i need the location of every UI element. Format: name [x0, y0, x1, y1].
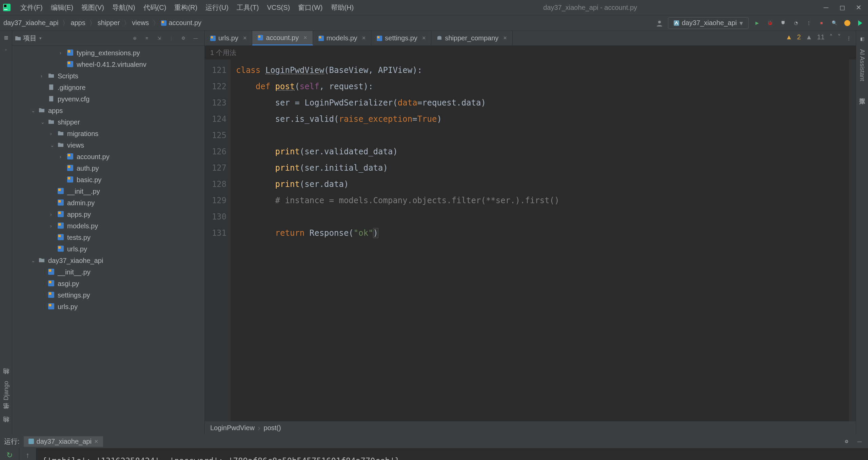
- project-tool-icon[interactable]: ▥: [2, 33, 11, 42]
- debug-button[interactable]: 🐞: [766, 19, 774, 27]
- project-panel-title: 项目: [23, 34, 37, 43]
- search-everywhere-icon[interactable]: 🔍: [830, 19, 839, 27]
- svg-rect-41: [211, 36, 213, 38]
- tab-close-icon[interactable]: ×: [422, 35, 426, 42]
- menu-item[interactable]: 视图(V): [77, 2, 108, 13]
- usages-hint[interactable]: 1 个用法: [205, 46, 856, 59]
- breadcrumb-segment[interactable]: shipper: [98, 19, 120, 27]
- minimize-button[interactable]: ─: [823, 4, 829, 11]
- editor-tab[interactable]: models.py×: [313, 31, 372, 45]
- tree-row[interactable]: ›Scripts: [12, 70, 204, 82]
- menu-item[interactable]: 编辑(E): [47, 2, 78, 13]
- tree-row[interactable]: auth.py: [12, 162, 204, 174]
- rerun-icon[interactable]: ↻: [5, 451, 14, 460]
- editor-tab[interactable]: shipper_company×: [431, 31, 512, 45]
- tree-row[interactable]: ›account.py: [12, 151, 204, 162]
- editor-gutter[interactable]: 121122123124125126127128129130131: [205, 59, 231, 421]
- menu-item[interactable]: VCS(S): [263, 2, 294, 13]
- run-tab[interactable]: day37_xiaohe_api ×: [24, 436, 103, 447]
- tree-row[interactable]: admin.py: [12, 197, 204, 209]
- tabs-more-icon[interactable]: ⋮: [842, 31, 856, 45]
- svg-rect-4: [162, 21, 164, 23]
- breadcrumb-segment[interactable]: account.py: [169, 19, 201, 27]
- titlebar: 文件(F)编辑(E)视图(V)导航(N)代码(C)重构(R)运行(U)工具(T)…: [0, 0, 868, 15]
- menu-item[interactable]: 运行(U): [201, 2, 233, 13]
- inspection-indicators[interactable]: ▲2 ▲11 ˄ ˅: [786, 33, 841, 41]
- coverage-button[interactable]: ⛊: [778, 19, 787, 27]
- warning-weak-icon: ▲: [806, 33, 812, 41]
- left-tab-django[interactable]: Django 结构: [2, 379, 10, 400]
- tree-row[interactable]: tests.py: [12, 232, 204, 243]
- svg-rect-11: [68, 62, 70, 64]
- project-tree[interactable]: ›typing_extensions.pywheel-0.41.2.virtua…: [12, 46, 204, 434]
- tree-row[interactable]: urls.py: [12, 243, 204, 255]
- menu-item[interactable]: 代码(C): [139, 2, 171, 13]
- tree-row[interactable]: ⌄apps: [12, 105, 204, 116]
- tree-row[interactable]: ›migrations: [12, 128, 204, 139]
- breadcrumb-segment[interactable]: views: [132, 19, 149, 27]
- tab-close-icon[interactable]: ×: [303, 34, 307, 41]
- code-breadcrumb[interactable]: LoginPwdView › post(): [205, 421, 856, 434]
- select-opened-icon[interactable]: ⊕: [131, 34, 139, 42]
- menu-item[interactable]: 重构(R): [170, 2, 201, 13]
- project-panel-header: 项目 ▾ ⊕ ≡ ⇲ | ⚙ —: [12, 31, 204, 46]
- notifications-icon[interactable]: ◧: [858, 34, 867, 43]
- tab-close-icon[interactable]: ×: [503, 35, 507, 42]
- user-icon[interactable]: [655, 19, 664, 27]
- tree-row[interactable]: ⌄day37_xiaohe_api: [12, 255, 204, 266]
- tree-row[interactable]: ›models.py: [12, 220, 204, 232]
- run-console[interactable]: {'mobile': '13162358424', 'password': '7…: [36, 448, 868, 460]
- settings-icon[interactable]: ⚙: [179, 34, 188, 42]
- run-hide-icon[interactable]: —: [855, 437, 864, 446]
- tree-row[interactable]: ⌄views: [12, 139, 204, 151]
- inspection-nav-up[interactable]: ˄: [829, 33, 833, 41]
- editor-tab[interactable]: urls.py×: [205, 31, 252, 45]
- editor-tab[interactable]: account.py×: [252, 31, 313, 45]
- menu-item[interactable]: 帮助(H): [327, 2, 358, 13]
- tree-row[interactable]: __init__.py: [12, 266, 204, 278]
- menu-item[interactable]: 导航(N): [108, 2, 139, 13]
- menu-item[interactable]: 文件(F): [16, 2, 47, 13]
- collapse-all-icon[interactable]: ⇲: [155, 34, 163, 42]
- tree-row[interactable]: wheel-0.41.2.virtualenv: [12, 59, 204, 70]
- profile-button[interactable]: ◔: [791, 19, 800, 27]
- hide-panel-icon[interactable]: —: [192, 34, 200, 42]
- right-tab-ai[interactable]: AI Assistant: [859, 49, 866, 81]
- breadcrumb-segment[interactable]: day37_xiaohe_api: [3, 19, 58, 27]
- more-run-button[interactable]: ⋮: [804, 19, 813, 27]
- breadcrumb[interactable]: day37_xiaohe_api〉apps〉shipper〉views〉acco…: [3, 19, 203, 27]
- code-crumb-class[interactable]: LoginPwdView: [210, 424, 255, 432]
- stop-button[interactable]: ■: [817, 19, 826, 27]
- tree-row[interactable]: asgi.py: [12, 278, 204, 289]
- scroll-up-icon[interactable]: ↑: [23, 451, 32, 460]
- menu-item[interactable]: 工具(T): [233, 2, 263, 13]
- codewithme-icon[interactable]: [856, 19, 865, 27]
- tree-row[interactable]: ›apps.py: [12, 209, 204, 220]
- code-crumb-method[interactable]: post(): [264, 424, 281, 432]
- run-settings-icon[interactable]: ⚙: [842, 437, 851, 446]
- tree-row[interactable]: .gitignore: [12, 82, 204, 93]
- warning-strong-icon: ▲: [786, 33, 792, 41]
- tree-row[interactable]: __init__.py: [12, 186, 204, 197]
- close-button[interactable]: ✕: [855, 4, 862, 11]
- tab-close-icon[interactable]: ×: [362, 35, 366, 42]
- code-editor[interactable]: class LoginPwdView(BaseView, APIView): d…: [231, 59, 849, 421]
- tree-row[interactable]: pyvenv.cfg: [12, 93, 204, 105]
- error-stripe[interactable]: [849, 59, 856, 421]
- inspection-nav-down[interactable]: ˅: [837, 33, 841, 41]
- ai-assistant-icon[interactable]: [843, 19, 852, 27]
- maximize-button[interactable]: ◻: [839, 4, 846, 11]
- tree-row[interactable]: ›typing_extensions.py: [12, 47, 204, 59]
- tree-row[interactable]: urls.py: [12, 301, 204, 312]
- commit-tool-icon[interactable]: ◦: [2, 45, 11, 54]
- expand-all-icon[interactable]: ≡: [143, 34, 151, 42]
- editor-tab[interactable]: settings.py×: [371, 31, 431, 45]
- tab-close-icon[interactable]: ×: [243, 35, 247, 42]
- tree-row[interactable]: settings.py: [12, 289, 204, 301]
- run-configuration-selector[interactable]: day37_xiaohe_api ▾: [668, 17, 749, 29]
- tree-row[interactable]: basic.py: [12, 174, 204, 186]
- menu-item[interactable]: 窗口(W): [294, 2, 327, 13]
- run-button[interactable]: ▶: [753, 19, 762, 27]
- tree-row[interactable]: ⌄shipper: [12, 116, 204, 128]
- breadcrumb-segment[interactable]: apps: [71, 19, 85, 27]
